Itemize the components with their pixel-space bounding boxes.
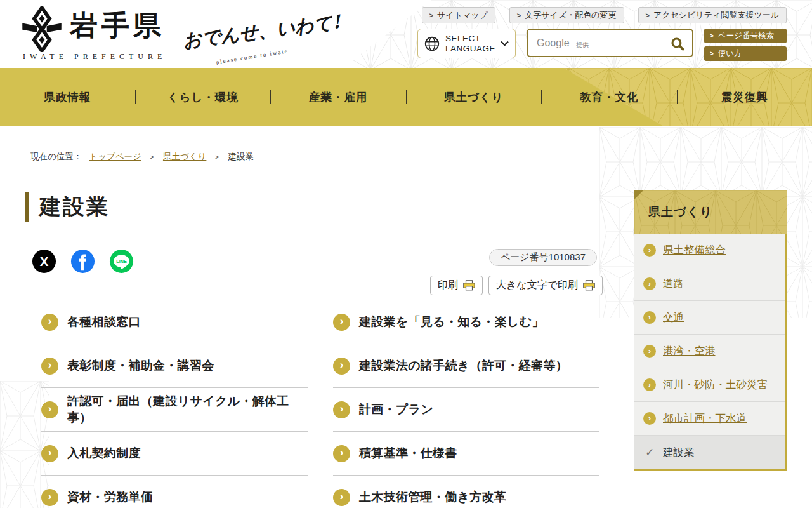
- google-search-input[interactable]: Google 提供: [527, 29, 693, 57]
- link-consultation-desks[interactable]: › 各種相談窓口: [41, 300, 308, 344]
- corner-fold-decoration: [634, 190, 643, 199]
- chevron-circle-icon: ›: [41, 314, 58, 331]
- link-civil-engineering-workstyle-reform[interactable]: › 土木技術管理・働き方改革: [333, 476, 599, 508]
- sidebar-title: 県土づくり: [648, 204, 712, 220]
- chevron-down-icon: [501, 41, 509, 46]
- link-awards-subsidies-training[interactable]: › 表彰制度・補助金・講習会: [41, 344, 308, 388]
- print-button[interactable]: 印刷: [430, 276, 483, 295]
- facebook-share-icon[interactable]: [70, 249, 95, 274]
- breadcrumb-label: 現在の位置：: [30, 151, 82, 163]
- breadcrumb-link-land-development[interactable]: 県土づくり: [163, 151, 206, 163]
- print-large-text-button[interactable]: 大きな文字で印刷: [488, 276, 603, 295]
- nav-item-living-environment[interactable]: くらし・環境: [136, 90, 271, 105]
- breadcrumb-link-top[interactable]: トップページ: [89, 151, 141, 163]
- search-brand-label: Google: [537, 37, 570, 49]
- quick-link-label: 文字サイズ・配色の変更: [525, 10, 616, 21]
- quick-link-label: サイトマップ: [437, 10, 488, 21]
- chevron-circle-icon: ›: [41, 401, 58, 418]
- chevron-right-icon: >: [646, 11, 650, 19]
- chevron-circle-icon: ›: [41, 445, 58, 462]
- link-plans[interactable]: › 計画・プラン: [333, 388, 599, 432]
- header-tool-buttons: > ページ番号検索 > 使い方: [704, 29, 787, 61]
- printer-icon: [583, 280, 595, 291]
- link-bidding-contract-system[interactable]: › 入札契約制度: [41, 432, 308, 476]
- select-language-dropdown[interactable]: SELECT LANGUAGE: [417, 29, 516, 58]
- chevron-circle-icon: ›: [643, 378, 656, 391]
- site-header: 岩手県 IWATE PREFECTURE おでんせ、いわて! please co…: [0, 0, 812, 68]
- nav-item-education-culture[interactable]: 教育・文化: [542, 90, 677, 105]
- sidebar-item-ports-airports[interactable]: › 港湾・空港: [634, 335, 785, 368]
- link-estimation-standards[interactable]: › 積算基準・仕様書: [333, 432, 599, 476]
- sitemap-link[interactable]: > サイトマップ: [422, 7, 495, 23]
- social-share-row: X LINE: [32, 249, 134, 274]
- sidebar-item-urban-planning-sewerage[interactable]: › 都市計画・下水道: [634, 402, 785, 436]
- quick-link-label: アクセシビリティ閲覧支援ツール: [653, 10, 779, 21]
- header-quick-links: > サイトマップ > 文字サイズ・配色の変更 > アクセシビリティ閲覧支援ツール: [422, 7, 787, 23]
- search-icon[interactable]: [670, 36, 686, 52]
- link-see-know-enjoy-construction[interactable]: › 建設業を「見る・知る・楽しむ」: [333, 300, 599, 344]
- prefecture-logo[interactable]: 岩手県: [22, 6, 165, 52]
- chevron-circle-icon: ›: [643, 345, 656, 358]
- nav-item-disaster-reconstruction[interactable]: 震災復興: [678, 90, 812, 105]
- title-accent-bar: [25, 192, 29, 222]
- sidebar-item-transportation[interactable]: › 交通: [634, 301, 785, 335]
- link-permits-notifications[interactable]: › 許認可・届出（建設リサイクル・解体工事）: [41, 388, 308, 432]
- chevron-circle-icon: ›: [643, 244, 656, 257]
- nav-item-land-development[interactable]: 県土づくり: [407, 90, 542, 105]
- tagline-english: please come to iwate: [216, 48, 289, 65]
- logo-subtitle: IWATE PREFECTURE: [23, 52, 166, 62]
- nav-item-industry-employment[interactable]: 産業・雇用: [271, 90, 406, 105]
- nav-item-prefecture-info[interactable]: 県政情報: [0, 90, 135, 105]
- chevron-circle-icon: ›: [333, 314, 350, 331]
- sidebar-item-roads[interactable]: › 道路: [634, 267, 785, 301]
- chevron-circle-icon: ›: [643, 311, 656, 324]
- chevron-right-icon: >: [710, 32, 714, 39]
- printer-icon: [463, 280, 475, 291]
- sidebar-item-rivers-sabo-landslides[interactable]: › 河川・砂防・土砂災害: [634, 368, 785, 402]
- select-language-label: SELECT LANGUAGE: [445, 34, 495, 53]
- sidebar-item-construction-current: ✓ 建設業: [634, 436, 785, 469]
- search-provided-label: 提供: [576, 41, 589, 50]
- page-number-badge: ページ番号1010837: [489, 249, 597, 266]
- chevron-circle-icon: ›: [333, 445, 350, 462]
- chevron-right-icon: >: [429, 11, 433, 19]
- chevron-circle-icon: ›: [643, 277, 656, 290]
- svg-text:X: X: [40, 254, 49, 269]
- iwate-crest-icon: [22, 6, 62, 52]
- global-navigation: 県政情報 くらし・環境 産業・雇用 県土づくり 教育・文化 震災復興: [0, 68, 812, 126]
- sidebar-menu: › 県土整備総合 › 道路 › 交通 › 港湾・空港 › 河川・砂防・土砂災害 …: [634, 234, 787, 471]
- iwate-prefecture-page: 岩手県 IWATE PREFECTURE おでんせ、いわて! please co…: [0, 0, 812, 508]
- globe-icon: [424, 36, 440, 52]
- svg-text:LINE: LINE: [116, 258, 127, 264]
- sidebar-header-link[interactable]: 県土づくり: [634, 190, 787, 234]
- breadcrumb: 現在の位置： トップページ ＞ 県土づくり ＞ 建設業: [30, 151, 254, 163]
- page-title-block: 建設業: [25, 192, 110, 222]
- accessibility-tool-link[interactable]: > アクセシビリティ閲覧支援ツール: [638, 7, 787, 23]
- chevron-right-icon: >: [517, 11, 521, 19]
- chevron-circle-icon: ›: [333, 401, 350, 418]
- header-tools: SELECT LANGUAGE Google 提供 > ページ番号検索: [417, 29, 787, 61]
- page-title: 建設業: [39, 192, 110, 222]
- print-buttons-row: 印刷 大きな文字で印刷: [430, 276, 603, 295]
- sidebar-land-development: 県土づくり › 県土整備総合 › 道路 › 交通 › 港湾・空港 › 河川・砂防…: [634, 190, 787, 471]
- tagline: おでんせ、いわて!: [181, 10, 342, 54]
- link-construction-law-procedures[interactable]: › 建設業法の諸手続き（許可・経審等）: [333, 344, 599, 388]
- link-materials-labor-rates[interactable]: › 資材・労務単価: [41, 476, 308, 508]
- breadcrumb-separator: ＞: [148, 152, 156, 163]
- chevron-circle-icon: ›: [41, 489, 58, 506]
- sidebar-item-land-improvement[interactable]: › 県土整備総合: [634, 234, 785, 267]
- breadcrumb-separator: ＞: [213, 152, 221, 163]
- how-to-use-button[interactable]: > 使い方: [704, 46, 787, 61]
- chevron-circle-icon: ›: [333, 489, 350, 506]
- x-share-icon[interactable]: X: [32, 249, 56, 274]
- font-size-color-link[interactable]: > 文字サイズ・配色の変更: [509, 7, 624, 23]
- logo-title: 岩手県: [70, 11, 165, 39]
- breadcrumb-current: 建設業: [228, 151, 254, 163]
- topic-links-grid: › 各種相談窓口 › 建設業を「見る・知る・楽しむ」 › 表彰制度・補助金・講習…: [25, 300, 603, 508]
- chevron-circle-icon: ›: [41, 358, 58, 375]
- chevron-right-icon: >: [710, 50, 714, 57]
- chevron-circle-icon: ›: [333, 358, 350, 375]
- page-number-search-button[interactable]: > ページ番号検索: [704, 29, 787, 43]
- line-share-icon[interactable]: LINE: [109, 249, 134, 274]
- checkmark-icon: ✓: [643, 446, 656, 459]
